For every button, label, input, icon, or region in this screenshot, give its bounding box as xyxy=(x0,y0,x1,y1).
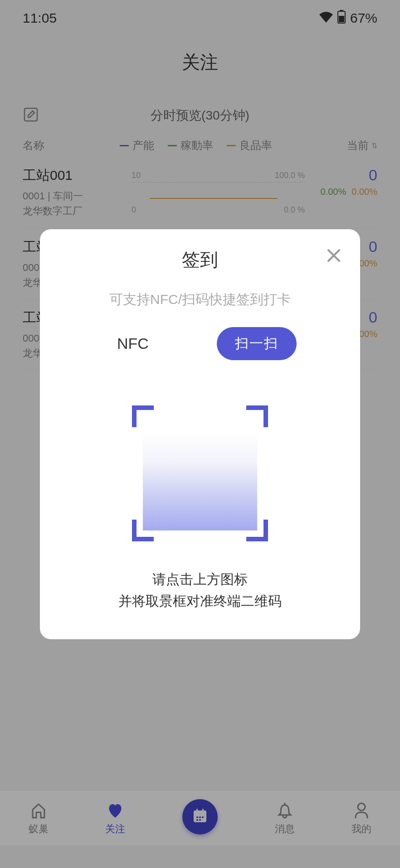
modal-overlay[interactable]: 签到 可支持NFC/扫码快捷签到打卡 NFC 扫一扫 请点击上方图标 并将取景框… xyxy=(0,0,400,868)
tab-nfc[interactable]: NFC xyxy=(103,328,162,360)
frame-corner-icon xyxy=(246,520,268,541)
modal-subtitle: 可支持NFC/扫码快捷签到打卡 xyxy=(58,290,342,309)
frame-corner-icon xyxy=(246,405,268,427)
frame-corner-icon xyxy=(132,520,154,541)
scan-frame[interactable] xyxy=(132,405,268,541)
scan-gradient xyxy=(143,433,257,530)
close-button[interactable] xyxy=(324,246,344,265)
frame-corner-icon xyxy=(132,405,154,427)
checkin-modal: 签到 可支持NFC/扫码快捷签到打卡 NFC 扫一扫 请点击上方图标 并将取景框… xyxy=(40,229,360,639)
tab-scan[interactable]: 扫一扫 xyxy=(217,327,297,360)
modal-title: 签到 xyxy=(58,247,342,272)
modal-instruction: 请点击上方图标 并将取景框对准终端二维码 xyxy=(58,569,342,612)
close-icon xyxy=(324,246,344,265)
